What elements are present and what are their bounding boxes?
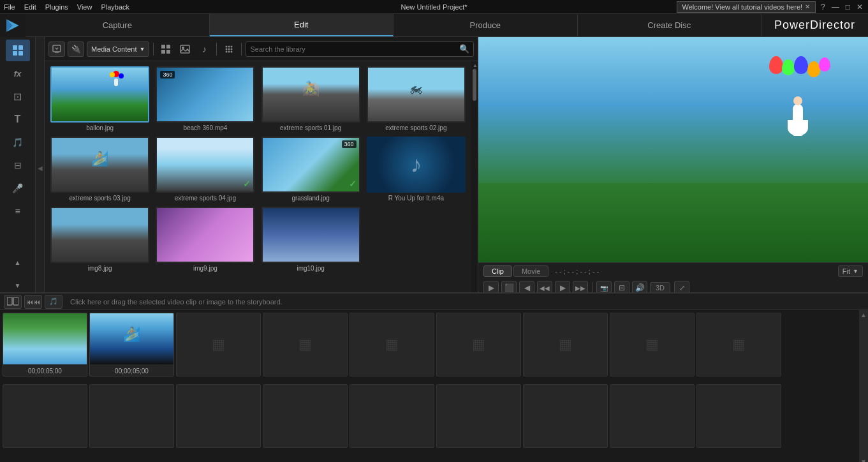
storyboard-mode-button[interactable]	[4, 295, 22, 309]
badge-360: 360	[160, 71, 175, 78]
story-clip[interactable]: 00;00;05;00	[3, 313, 87, 376]
list-item[interactable]: img8.jpg	[50, 207, 150, 272]
sidebar-subtitle[interactable]: ≡	[6, 200, 30, 222]
story-clip[interactable]: 🏄 00;00;05;00	[89, 313, 174, 376]
list-item[interactable]: ♪ R You Up for It.m4a	[366, 137, 466, 202]
media-thumb[interactable]: ♪	[367, 137, 466, 193]
empty-clip-icon: ▦	[212, 336, 225, 353]
nav-tabs: Capture Edit Produce Create Disc	[26, 14, 761, 36]
menu-plugins[interactable]: Plugins	[45, 3, 68, 11]
media-thumb[interactable]: 360	[156, 66, 254, 123]
chapter-icon: ⊟	[14, 160, 22, 170]
clip-tab[interactable]: Clip	[483, 265, 512, 277]
story-clip[interactable]	[3, 384, 87, 448]
fit-dropdown[interactable]: Fit ▼	[838, 265, 863, 277]
down-icon: ▼	[15, 282, 21, 289]
photo-view-button[interactable]	[177, 41, 193, 57]
story-clip[interactable]	[610, 384, 695, 448]
list-item[interactable]: 🏍 extreme sports 02.jpg	[366, 66, 466, 131]
menu-edit[interactable]: Edit	[24, 3, 36, 11]
nav-tab-edit[interactable]: Edit	[210, 14, 394, 36]
timecode-value: - - ; - - ; - - ; - -	[555, 267, 599, 275]
minimize-button[interactable]: —	[830, 3, 841, 11]
media-thumb[interactable]	[261, 207, 360, 263]
scrollbar-thumb[interactable]	[473, 69, 476, 101]
welcome-close[interactable]: ✕	[805, 3, 810, 10]
nav-tab-capture[interactable]: Capture	[26, 14, 210, 36]
story-clip[interactable]	[89, 384, 174, 448]
list-item[interactable]: img10.jpg	[261, 207, 361, 272]
sidebar-text[interactable]: T	[6, 108, 30, 130]
list-item[interactable]: 360 ✓ grassland.jpg	[261, 137, 361, 202]
sidebar-up[interactable]: ▲	[6, 251, 30, 273]
search-box: 🔍	[246, 41, 474, 57]
menu-view[interactable]: View	[77, 3, 92, 11]
list-item[interactable]: ✓ extreme sports 04.jpg	[155, 137, 255, 202]
maximize-button[interactable]: □	[844, 3, 851, 11]
nav-tab-createdisc[interactable]: Create Disc	[578, 14, 762, 36]
nav-tab-produce[interactable]: Produce	[394, 14, 578, 36]
media-thumb[interactable]	[50, 66, 149, 123]
storyboard-scroll-down[interactable]: ▼	[860, 458, 867, 462]
storyboard-scrollbar[interactable]: ▲ ▼	[859, 310, 868, 462]
storyboard-scroll-up[interactable]: ▲	[860, 311, 867, 318]
media-thumb[interactable]: 🚵	[261, 66, 360, 123]
story-clip[interactable]	[436, 384, 521, 448]
media-thumb[interactable]: 🏍	[367, 66, 466, 123]
story-clip[interactable]	[349, 384, 434, 448]
movie-tab[interactable]: Movie	[513, 265, 548, 277]
media-content-dropdown[interactable]: Media Content ▼	[87, 41, 149, 57]
sidebar-pip[interactable]: ⊡	[6, 86, 30, 107]
close-button[interactable]: ✕	[855, 3, 864, 11]
media-thumb[interactable]: ✓	[156, 137, 254, 193]
story-clip[interactable]: ▦	[436, 313, 521, 376]
story-clip[interactable]: ▦	[263, 313, 348, 376]
add-track-button[interactable]: 🎵	[45, 295, 63, 309]
menu-file[interactable]: File	[4, 3, 15, 11]
clip-thumbnail	[3, 313, 87, 364]
story-clip[interactable]: ▦	[696, 313, 781, 376]
sidebar-collapse[interactable]: ◀	[36, 37, 45, 299]
help-button[interactable]: ?	[820, 3, 827, 11]
menu-playback[interactable]: Playback	[101, 3, 129, 11]
story-clip[interactable]: ▦	[349, 313, 434, 376]
storyboard-row-1: 00;00;05;00 🏄 00;00;05;00 ▦ ▦ ▦ ▦	[3, 313, 857, 382]
story-clip[interactable]	[696, 384, 781, 448]
list-item[interactable]: ballon.jpg	[50, 66, 150, 131]
list-item[interactable]: 🏄 extreme sports 03.jpg	[50, 137, 150, 202]
skip-back-button[interactable]: ⏮⏮	[24, 295, 42, 309]
list-item[interactable]: 🚵 extreme sports 01.jpg	[261, 66, 361, 131]
svg-point-20	[226, 50, 228, 52]
media-thumb[interactable]	[50, 207, 149, 263]
story-clip[interactable]	[523, 384, 608, 448]
import-button[interactable]	[48, 41, 65, 57]
list-item[interactable]: img9.jpg	[155, 207, 255, 272]
sidebar-fx[interactable]: fx	[6, 63, 30, 84]
media-thumb[interactable]: 🏄	[50, 137, 149, 193]
sidebar-media[interactable]	[6, 40, 30, 61]
dots-view-button[interactable]	[221, 41, 237, 57]
plugin-button[interactable]: 🔌	[68, 41, 84, 57]
music-view-button[interactable]: ♪	[196, 41, 212, 57]
story-clip[interactable]: ▦	[610, 313, 695, 376]
sidebar-mic[interactable]: 🎤	[6, 177, 30, 199]
search-input[interactable]	[250, 45, 457, 53]
scrollbar[interactable]: ▲ ▼	[471, 61, 478, 299]
fit-arrow-icon: ▼	[853, 268, 858, 274]
empty-clip-icon: ▦	[472, 336, 485, 353]
preview-background	[478, 37, 868, 262]
grid-view-button[interactable]	[158, 41, 174, 57]
empty-clip-icon: ▦	[732, 336, 746, 353]
dots-view-icon	[224, 44, 234, 54]
media-thumb[interactable]	[156, 207, 254, 263]
story-clip[interactable]	[263, 384, 348, 448]
story-clip[interactable]: ▦	[523, 313, 608, 376]
clip-thumbnail: 🏄	[90, 313, 173, 364]
media-thumb[interactable]: 360 ✓	[261, 137, 360, 193]
list-item[interactable]: 360 beach 360.mp4	[155, 66, 255, 131]
sidebar-audio[interactable]: 🎵	[6, 131, 30, 153]
story-clip[interactable]	[176, 384, 261, 448]
sidebar-chapter[interactable]: ⊟	[6, 154, 30, 176]
search-icon[interactable]: 🔍	[459, 44, 469, 54]
story-clip[interactable]: ▦	[176, 313, 261, 376]
